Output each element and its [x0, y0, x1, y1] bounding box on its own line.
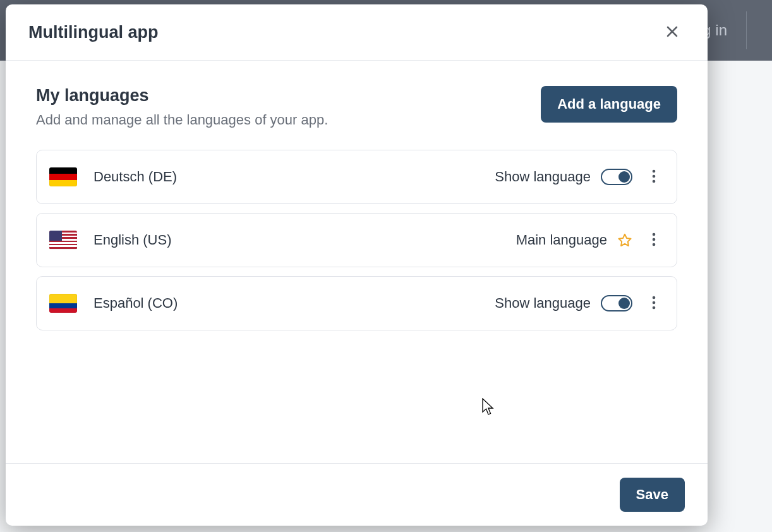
- add-language-button-label: Add a language: [557, 96, 661, 112]
- language-menu-button[interactable]: [644, 164, 664, 190]
- svg-point-3: [653, 174, 656, 178]
- close-icon: [665, 24, 680, 41]
- section-title: My languages: [36, 86, 328, 106]
- multilingual-modal: Multilingual app My languages Add and ma…: [6, 4, 708, 526]
- svg-point-11: [653, 306, 656, 309]
- language-name: Deutsch (DE): [93, 169, 177, 185]
- kebab-icon: [652, 169, 656, 186]
- show-language-label: Show language: [495, 295, 591, 311]
- section-header: My languages Add and manage all the lang…: [36, 86, 677, 128]
- svg-point-9: [653, 296, 656, 299]
- language-menu-button[interactable]: [644, 227, 664, 253]
- show-language-toggle[interactable]: [601, 295, 632, 311]
- language-row-deutsch: Deutsch (DE) Show language: [36, 150, 677, 204]
- svg-marker-5: [619, 234, 631, 246]
- star-icon: [617, 233, 632, 248]
- modal-title: Multilingual app: [28, 23, 158, 42]
- svg-point-7: [653, 238, 656, 241]
- modal-body: My languages Add and manage all the lang…: [6, 61, 708, 463]
- svg-point-10: [653, 301, 656, 304]
- close-button[interactable]: [660, 20, 685, 45]
- kebab-icon: [652, 232, 656, 249]
- svg-point-6: [653, 233, 656, 236]
- save-button-label: Save: [636, 487, 668, 502]
- language-name: Español (CO): [93, 295, 178, 311]
- language-menu-button[interactable]: [644, 291, 664, 316]
- main-language-label: Main language: [516, 232, 607, 248]
- flag-de-icon: [49, 167, 77, 186]
- language-row-english: English (US) Main language: [36, 213, 677, 267]
- language-name: English (US): [93, 232, 171, 248]
- show-language-label: Show language: [495, 169, 591, 185]
- language-list: Deutsch (DE) Show language English (US) …: [36, 150, 677, 330]
- language-row-espanol: Español (CO) Show language: [36, 276, 677, 330]
- modal-footer: Save: [6, 463, 708, 526]
- svg-point-4: [653, 179, 656, 183]
- svg-point-2: [653, 169, 656, 172]
- save-button[interactable]: Save: [620, 478, 685, 512]
- kebab-icon: [652, 295, 656, 312]
- flag-us-icon: [49, 231, 77, 250]
- modal-header: Multilingual app: [6, 4, 708, 61]
- svg-point-8: [653, 243, 656, 246]
- background-header-separator: [746, 11, 747, 49]
- show-language-toggle[interactable]: [601, 169, 632, 185]
- add-language-button[interactable]: Add a language: [541, 86, 677, 123]
- flag-co-icon: [49, 294, 77, 313]
- section-subtitle: Add and manage all the languages of your…: [36, 112, 328, 128]
